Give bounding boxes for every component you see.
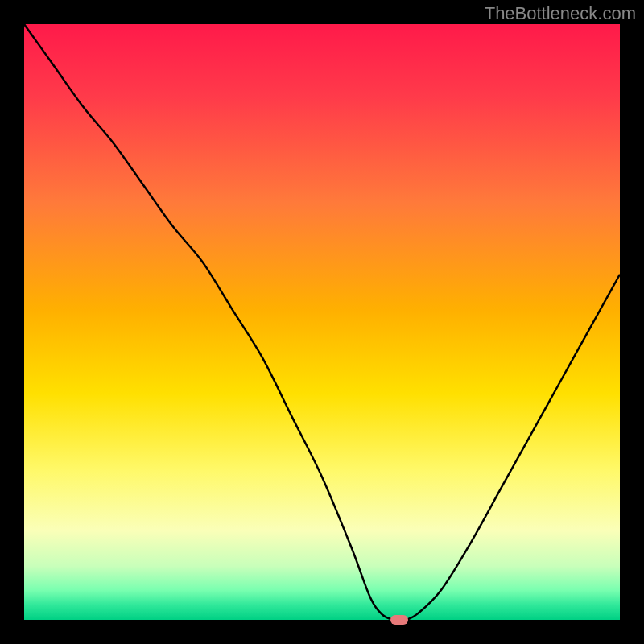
optimal-marker bbox=[390, 615, 408, 625]
bottleneck-curve bbox=[24, 24, 620, 620]
attribution-text: TheBottleneck.com bbox=[485, 3, 636, 24]
chart-area bbox=[24, 24, 620, 620]
